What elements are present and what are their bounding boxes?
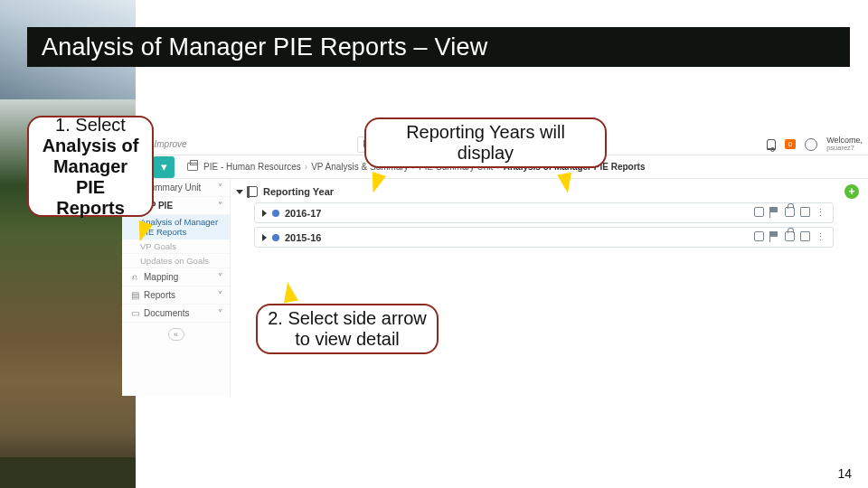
row-menu-icon[interactable]: ⋮ (816, 231, 826, 243)
reporting-year-row[interactable]: 2015-16 ⋮ (254, 227, 834, 248)
sidebar-item-reports[interactable]: ▤ Reports ˅ (122, 286, 230, 305)
sidebar-item-label: VP PIE (144, 201, 218, 211)
expand-triangle-icon[interactable] (262, 234, 267, 241)
section-header[interactable]: Reporting Year (236, 186, 855, 197)
filter-icon: ▾ (161, 160, 167, 174)
sidebar-item-label: Updates on Goals (140, 256, 209, 266)
section-label: Reporting Year (263, 186, 334, 197)
crumb-sep: › (305, 162, 307, 172)
sidebar-collapse-button[interactable]: « (168, 328, 184, 341)
callout-side-arrow: 2. Select side arrow to view detail (256, 304, 439, 354)
chevron-down-icon: ˅ (218, 290, 222, 300)
trash-icon[interactable] (800, 207, 810, 217)
callout3-line1: 2. Select side arrow (265, 308, 429, 329)
callout1-line1: 1. Select (36, 115, 145, 136)
status-dot-icon (272, 210, 279, 217)
callout1-line3: Manager PIE (36, 156, 145, 198)
flag-icon[interactable] (769, 207, 779, 217)
add-year-button[interactable]: + (844, 184, 859, 199)
username: psuarez7 (826, 145, 863, 152)
slide-title-bar: Analysis of Manager PIE Reports – View (27, 27, 850, 67)
lock-icon[interactable] (785, 231, 795, 241)
chevron-down-icon: ˅ (218, 272, 222, 282)
edit-icon[interactable] (754, 231, 764, 241)
flag-icon[interactable] (769, 231, 779, 241)
year-label: 2016-17 (285, 208, 321, 219)
callout-reporting-years: Reporting Years will display (364, 117, 607, 168)
sidebar-sub-updates[interactable]: Updates on Goals (122, 254, 230, 268)
caret-down-icon (236, 190, 243, 194)
crumb-1[interactable]: PIE - Human Resources (203, 162, 301, 172)
chevron-left-icon: « (174, 330, 178, 339)
reports-icon: ▤ (129, 290, 140, 300)
folder-icon: ▭ (129, 308, 140, 318)
background-photo (0, 0, 136, 488)
expand-triangle-icon[interactable] (262, 210, 267, 217)
welcome-block: Welcome, psuarez7 (826, 136, 863, 152)
sidebar-item-label: Reports (144, 290, 218, 300)
callout1-line2: Analysis of (36, 136, 145, 156)
row-menu-icon[interactable]: ⋮ (816, 207, 826, 219)
sidebar-item-documents[interactable]: ▭ Documents ˅ (122, 305, 230, 323)
main-panel: Reporting Year + 2016-17 ⋮ (231, 179, 868, 396)
sidebar-sub-vp-goals[interactable]: VP Goals (122, 239, 230, 254)
reporting-year-row[interactable]: 2016-17 ⋮ (254, 202, 834, 223)
sidebar-item-label: Mapping (144, 272, 218, 282)
trash-icon[interactable] (800, 231, 810, 241)
notifications-badge: 0 (785, 139, 796, 149)
app-screenshot: entive.Improve PIE - Human Resour… 0 Wel… (122, 134, 868, 396)
sidebar-item-mapping[interactable]: ⎌ Mapping ˅ (122, 268, 230, 286)
book-icon (249, 186, 258, 197)
lock-icon[interactable] (785, 207, 795, 217)
chevron-down-icon: ˅ (218, 183, 222, 192)
avatar-icon[interactable] (805, 138, 817, 151)
callout2-line2: display (373, 143, 598, 164)
status-dot-icon (272, 234, 279, 241)
filter-button[interactable]: ▾ (153, 156, 175, 178)
chevron-down-icon: ˅ (218, 308, 222, 318)
plus-icon: + (848, 185, 854, 198)
sidebar-item-label: Summary Unit (144, 183, 218, 192)
callout-select-analysis: 1. Select Analysis of Manager PIE Report… (27, 116, 154, 217)
year-label: 2015-16 (285, 232, 321, 243)
print-icon[interactable] (187, 163, 198, 171)
notifications-icon[interactable] (767, 139, 776, 150)
callout3-line2: to view detail (265, 329, 429, 350)
slide-number: 14 (837, 466, 852, 481)
mapping-icon: ⎌ (129, 272, 140, 282)
callout2-line1: Reporting Years will (373, 122, 598, 143)
edit-icon[interactable] (754, 207, 764, 217)
sidebar-item-label: Documents (144, 308, 218, 318)
slide-title: Analysis of Manager PIE Reports – View (42, 33, 487, 61)
callout1-line4: Reports (36, 198, 145, 219)
chevron-down-icon: ˅ (218, 201, 222, 211)
